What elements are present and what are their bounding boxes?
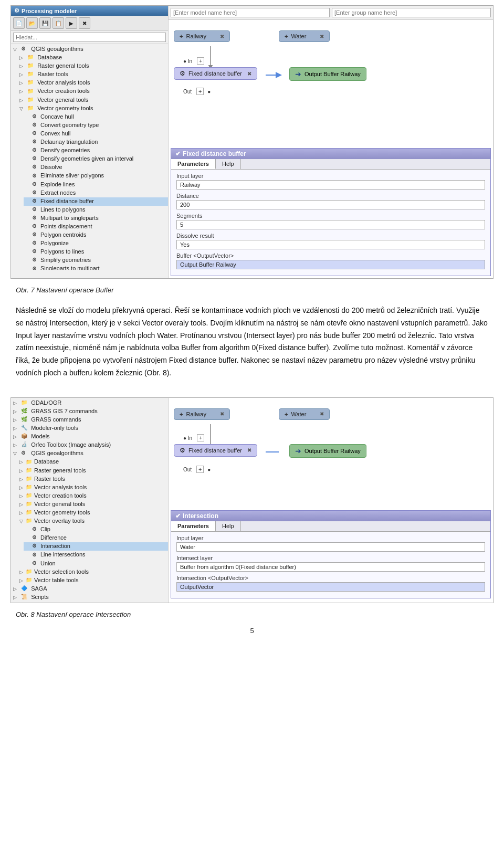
tree-item-densify[interactable]: ⚙Densify geometries	[24, 146, 168, 155]
tree-item-vector-general[interactable]: ▷ 📁 Vector general tools	[17, 96, 168, 104]
field-segments: Segments 5	[176, 213, 485, 229]
tree-item-rgen2[interactable]: ▷📁Raster general tools	[17, 467, 168, 475]
tree-item-va2[interactable]: ▷📁Vector analysis tools	[17, 483, 168, 492]
tree-item-intersection[interactable]: ⚙Intersection	[24, 542, 168, 551]
tree-item-union[interactable]: ⚙Union	[24, 560, 168, 568]
tree-item-lines-poly[interactable]: ⚙Lines to polygons	[24, 206, 168, 214]
tree-item-poly-lines[interactable]: ⚙Polygons to lines	[24, 248, 168, 256]
tree-item-raster-tools[interactable]: ▷ 📁 Raster tools	[17, 70, 168, 79]
tab-help-intersection[interactable]: Help	[216, 521, 241, 531]
tree-item-vector-analysis[interactable]: ▷ 📁 Vector analysis tools	[17, 79, 168, 87]
tree-item-grass7[interactable]: ▷ 🌿 GRASS GIS 7 commands	[11, 407, 168, 416]
node-buffer-bottom[interactable]: ⚙ Fixed distance buffer ✖	[174, 444, 257, 457]
tree-item-densify-interval[interactable]: ⚙Densify geometries given an interval	[24, 155, 168, 163]
tree-item-extract[interactable]: ⚙Extract nodes	[24, 189, 168, 197]
tree-item-concave[interactable]: ⚙Concave hull	[24, 113, 168, 121]
tree-item-vtbl2[interactable]: ▷📁Vector table tools	[17, 576, 168, 585]
tree-group-qgis2: ▷📁Database ▷📁Raster general tools ▷📁Rast…	[11, 458, 168, 584]
plus-btn-in2[interactable]: +	[197, 434, 204, 441]
tree-item-saga[interactable]: ▷ 🔷 SAGA	[11, 585, 168, 593]
tree-item-rt2[interactable]: ▷📁Raster tools	[17, 475, 168, 483]
node-railway[interactable]: + Railway ✖	[174, 30, 230, 42]
tree-item-raster-general[interactable]: ▷ 📁 Raster general tools	[17, 62, 168, 70]
tree-item-eliminate[interactable]: ⚙Eliminate sliver polygons	[24, 172, 168, 180]
check-icon: ✔	[175, 150, 181, 157]
field-intersect-layer: Intersect layer Buffer from algorithm 0(…	[176, 555, 485, 572]
distance-value[interactable]: 200	[176, 200, 485, 209]
tree-item-convex[interactable]: ⚙Convex hull	[24, 130, 168, 138]
tab-parameters[interactable]: Parameters	[171, 159, 216, 169]
dialog-body-intersection: Input layer Water Intersect layer Buffer…	[171, 532, 490, 598]
tree-item-voverlay2[interactable]: ▽📁Vector overlay tools	[17, 517, 168, 525]
tree-item-multipart[interactable]: ⚙Multipart to singleparts	[24, 214, 168, 223]
open-button[interactable]: 📂	[26, 17, 38, 29]
tree-item-vgeom2[interactable]: ▷📁Vector geometry tools	[17, 509, 168, 517]
node-output-label: Output Buffer Railway	[304, 71, 361, 77]
group-name-input[interactable]	[332, 8, 491, 17]
label-in-bottom: ● In +	[183, 435, 204, 441]
tree-item-vsel2[interactable]: ▷📁Vector selection tools	[17, 568, 168, 576]
tree-label: Database	[37, 54, 62, 60]
tree-item-clip[interactable]: ⚙Clip	[24, 525, 168, 534]
tree-item-simplify[interactable]: ⚙Simplify geometries	[24, 256, 168, 265]
tree-item-poly-centroids[interactable]: ⚙Polygon centroids	[24, 231, 168, 239]
node-buffer[interactable]: ⚙ Fixed distance buffer ✖	[174, 67, 257, 80]
intersect-layer-value[interactable]: Buffer from algorithm 0(Fixed distance b…	[176, 562, 485, 572]
tab-parameters-intersection[interactable]: Parameters	[171, 521, 216, 531]
node-water-bottom[interactable]: + Water ✖	[279, 408, 330, 420]
tree-item-explode[interactable]: ⚙Explode lines	[24, 181, 168, 189]
run-button[interactable]: ▶	[66, 17, 77, 29]
tree-item-line-intersections[interactable]: ⚙Line intersections	[24, 551, 168, 559]
tree-item-qgis[interactable]: ▽ ⚙ QGIS geoalgorithms	[11, 45, 168, 54]
tree-item-models[interactable]: ▷ 📦 Models	[11, 433, 168, 441]
tree-item-database[interactable]: ▷ 📁 Database	[17, 54, 168, 62]
tree-item-vector-geometry[interactable]: ▽ 📁 Vector geometry tools	[17, 104, 168, 113]
caption-top: Obr. 7 Nastavení operace Buffer	[0, 284, 504, 297]
new-button[interactable]: 📄	[13, 17, 25, 29]
output-value[interactable]: Output Buffer Railway	[176, 260, 485, 269]
tree-item-fixed-buffer[interactable]: ⚙Fixed distance buffer	[24, 197, 168, 206]
model-name-input[interactable]	[171, 8, 330, 17]
node-output[interactable]: ➜ Output Buffer Railway	[289, 67, 366, 81]
save-as-button[interactable]: 📋	[52, 17, 64, 29]
tree-item-vector-creation[interactable]: ▷ 📁 Vector creation tools	[17, 87, 168, 96]
tree-item-delaunay[interactable]: ⚙Delaunay triangulation	[24, 138, 168, 146]
tree-item-difference[interactable]: ⚙Difference	[24, 534, 168, 542]
search-input[interactable]	[13, 33, 166, 42]
node-output-bottom[interactable]: ➜ Output Buffer Railway	[289, 444, 366, 458]
node-buffer-x[interactable]: ✖	[247, 71, 251, 77]
tree-item-vg2[interactable]: ▷📁Vector general tools	[17, 500, 168, 509]
tree-item-orfeo[interactable]: ▷ 🔬 Orfeo Toolbox (Image analysis)	[11, 441, 168, 449]
tree-item-vc2[interactable]: ▷📁Vector creation tools	[17, 492, 168, 500]
node-water-x[interactable]: ✖	[320, 34, 324, 39]
tree-item-grass-commands[interactable]: ▷ 🌿 GRASS commands	[11, 416, 168, 424]
node-plus-railway: +	[180, 33, 183, 39]
tree-item-convert-geom[interactable]: ⚙Convert geometry type	[24, 121, 168, 130]
node-railway-bottom[interactable]: + Railway ✖	[174, 408, 230, 420]
tree-item-qgis2[interactable]: ▽ ⚙ QGIS geoalgorithms	[11, 449, 168, 458]
tree-view-bottom: ▷ 📁 GDAL/OGR ▷ 🌿 GRASS GIS 7 commands ▷ …	[11, 398, 168, 603]
label-out-bottom: Out + ●	[183, 466, 211, 472]
tree-item-modeler[interactable]: ▷ 🔧 Modeler-only tools	[11, 424, 168, 433]
tab-help[interactable]: Help	[216, 159, 241, 169]
dissolve-value[interactable]: Yes	[176, 240, 485, 249]
tree-item-scripts[interactable]: ▷ 📜 Scripts	[11, 593, 168, 602]
plus-btn-in[interactable]: +	[197, 57, 204, 65]
segments-value[interactable]: 5	[176, 220, 485, 229]
save-button[interactable]: 💾	[39, 17, 51, 29]
close-button[interactable]: ✖	[79, 17, 90, 29]
tree-item-dissolve[interactable]: ⚙Dissolve	[24, 163, 168, 172]
tree-item-db2[interactable]: ▷📁Database	[17, 458, 168, 466]
plus-btn-out2[interactable]: +	[196, 466, 204, 473]
output-i-value[interactable]: OutputVector	[176, 582, 485, 592]
tree-item-polygonize[interactable]: ⚙Polygonize	[24, 239, 168, 248]
app-title: Processing modeler	[22, 8, 77, 14]
node-railway-x[interactable]: ✖	[220, 34, 224, 39]
tree-item-singleparts[interactable]: ⚙Singleparts to multipart	[24, 265, 168, 270]
input-layer-value[interactable]: Railway	[176, 180, 485, 190]
tree-item-gdal[interactable]: ▷ 📁 GDAL/OGR	[11, 399, 168, 407]
input-layer-i-value[interactable]: Water	[176, 542, 485, 552]
tree-item-points-disp[interactable]: ⚙Points displacement	[24, 223, 168, 231]
plus-btn-out[interactable]: +	[196, 88, 204, 95]
node-water[interactable]: + Water ✖	[279, 30, 330, 42]
